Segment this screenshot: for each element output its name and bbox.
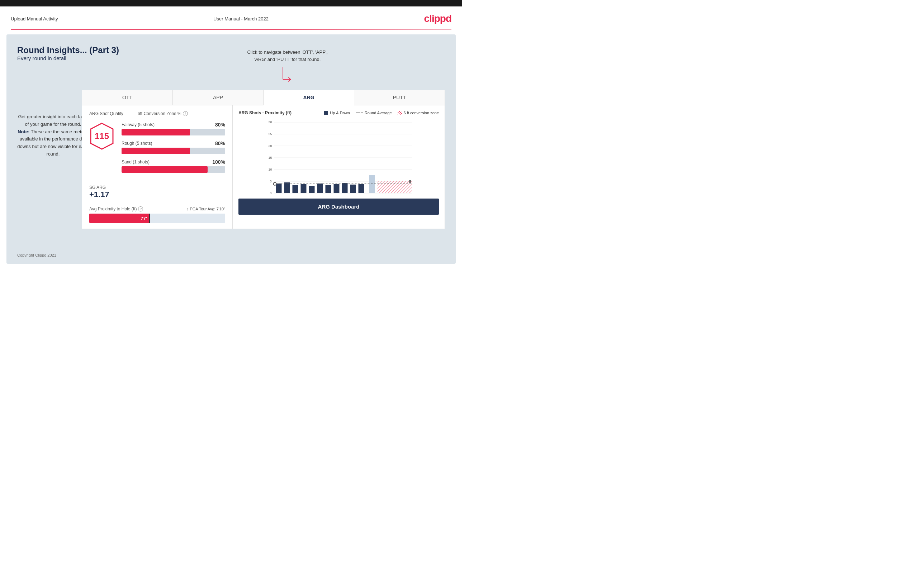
- rough-label: Rough (5 shots): [121, 141, 152, 146]
- panel-header: ARG Shot Quality 6ft Conversion Zone % ?: [89, 111, 225, 116]
- hexagon-value: 115: [95, 131, 109, 141]
- nav-arrow-icon: [279, 66, 297, 87]
- legend-hatched-icon: [397, 111, 402, 115]
- nav-annotation-text: Click to navigate between 'OTT', 'APP','…: [247, 50, 328, 62]
- chart-title: ARG Shots - Proximity (ft): [238, 110, 291, 115]
- hexagon-badge: 115: [89, 122, 115, 150]
- chart-legend: Up & Down Round Average 6 ft conversion …: [324, 111, 439, 115]
- proximity-bar-track: 77': [89, 214, 225, 223]
- proximity-header: Avg Proximity to Hole (ft) ? ↑ PGA Tour …: [89, 206, 225, 211]
- help-icon[interactable]: ?: [183, 111, 188, 116]
- main-content: Round Insights... (Part 3) Every round i…: [6, 34, 456, 264]
- svg-rect-19: [292, 185, 298, 193]
- svg-text:15: 15: [268, 156, 272, 160]
- svg-point-32: [274, 182, 276, 185]
- svg-text:20: 20: [268, 144, 272, 148]
- svg-rect-28: [359, 184, 364, 193]
- proximity-value: 77': [141, 216, 147, 221]
- legend-up-down: Up & Down: [324, 111, 350, 115]
- sand-bar-fill: [121, 166, 208, 173]
- sg-section: SG ARG +1.17: [89, 185, 225, 199]
- rough-pct: 80%: [215, 140, 225, 146]
- shot-quality-label: ARG Shot Quality: [89, 111, 123, 116]
- svg-text:30: 30: [268, 121, 272, 124]
- svg-rect-27: [369, 175, 375, 193]
- svg-rect-24: [334, 184, 339, 193]
- footer: Copyright Clippd 2021: [17, 253, 56, 257]
- sand-bar-row: Sand (1 shots) 100%: [121, 159, 225, 173]
- sand-bar-track: [121, 166, 225, 173]
- description-box: Get greater insight into each facet of y…: [17, 113, 89, 158]
- card-content: ARG Shot Quality 6ft Conversion Zone % ?…: [82, 105, 444, 229]
- legend-dashed-icon: [356, 113, 363, 113]
- page-subtitle: Every round in detail: [17, 55, 445, 61]
- sg-label: SG ARG: [89, 185, 225, 190]
- rough-bar-track: [121, 148, 225, 154]
- legend-conversion-zone: 6 ft conversion zone: [397, 111, 439, 115]
- tab-arg[interactable]: ARG: [263, 90, 354, 105]
- svg-text:8: 8: [409, 180, 411, 184]
- svg-rect-26: [350, 185, 356, 193]
- arg-dashboard-button[interactable]: ARG Dashboard: [238, 198, 439, 215]
- sg-value: +1.17: [89, 190, 225, 199]
- svg-rect-25: [342, 183, 348, 193]
- fairway-bar-fill: [121, 129, 190, 135]
- tab-app[interactable]: APP: [173, 90, 263, 105]
- hex-container: 115 Fairway (5 shots) 80%: [89, 122, 225, 178]
- svg-rect-23: [326, 185, 331, 193]
- fairway-bar-track: [121, 129, 225, 135]
- main-card: OTT APP ARG PUTT ARG Shot Quality 6ft Co…: [82, 90, 445, 229]
- sand-pct: 100%: [212, 159, 225, 165]
- right-panel: ARG Shots - Proximity (ft) Up & Down Rou…: [233, 105, 444, 229]
- logo: clippd: [424, 13, 451, 24]
- title-section: Round Insights... (Part 3) Every round i…: [17, 45, 445, 61]
- svg-rect-17: [276, 184, 282, 193]
- proximity-title: Avg Proximity to Hole (ft) ?: [89, 206, 143, 211]
- header-divider: [11, 29, 451, 30]
- svg-text:25: 25: [268, 132, 272, 136]
- copyright: Copyright Clippd 2021: [17, 253, 56, 257]
- svg-text:0: 0: [270, 191, 272, 195]
- tab-ott[interactable]: OTT: [82, 90, 173, 105]
- bar-rows: Fairway (5 shots) 80% Rough (5 shots) 80…: [121, 122, 225, 178]
- svg-text:5: 5: [270, 180, 272, 183]
- chart-header: ARG Shots - Proximity (ft) Up & Down Rou…: [238, 110, 439, 115]
- proximity-bar-fill: 77': [89, 214, 149, 223]
- fairway-label: Fairway (5 shots): [121, 122, 155, 127]
- page-title: Round Insights... (Part 3): [17, 45, 445, 55]
- svg-rect-20: [301, 184, 307, 193]
- legend-square-icon: [324, 111, 328, 115]
- description-note: Note:: [18, 129, 29, 134]
- tabs: OTT APP ARG PUTT: [82, 90, 444, 105]
- svg-text:10: 10: [268, 168, 272, 171]
- rough-bar-row: Rough (5 shots) 80%: [121, 140, 225, 154]
- chart-svg: 0 5 10 15 20 25 30: [238, 120, 439, 195]
- svg-rect-30: [378, 181, 412, 193]
- rough-bar-fill: [121, 148, 190, 154]
- proximity-section: Avg Proximity to Hole (ft) ? ↑ PGA Tour …: [89, 206, 225, 223]
- fairway-bar-row: Fairway (5 shots) 80%: [121, 122, 225, 135]
- sand-label: Sand (1 shots): [121, 160, 150, 164]
- header: Upload Manual Activity User Manual - Mar…: [0, 6, 462, 29]
- proximity-cursor: [149, 214, 150, 223]
- chart-area: 0 5 10 15 20 25 30: [238, 120, 439, 195]
- svg-rect-21: [309, 186, 315, 193]
- svg-rect-22: [317, 184, 323, 193]
- legend-round-avg: Round Average: [356, 111, 392, 115]
- proximity-help-icon[interactable]: ?: [138, 206, 143, 211]
- conversion-label: 6ft Conversion Zone % ?: [138, 111, 188, 116]
- nav-annotation: Click to navigate between 'OTT', 'APP','…: [247, 49, 328, 87]
- document-title: User Manual - March 2022: [213, 16, 268, 21]
- pga-avg: ↑ PGA Tour Avg: 7'10": [187, 207, 225, 211]
- left-panel: ARG Shot Quality 6ft Conversion Zone % ?…: [82, 105, 233, 229]
- top-bar: [0, 0, 462, 6]
- fairway-pct: 80%: [215, 122, 225, 127]
- tab-putt[interactable]: PUTT: [354, 90, 444, 105]
- nav-arrow-container: [247, 66, 328, 87]
- upload-manual-link[interactable]: Upload Manual Activity: [11, 16, 58, 21]
